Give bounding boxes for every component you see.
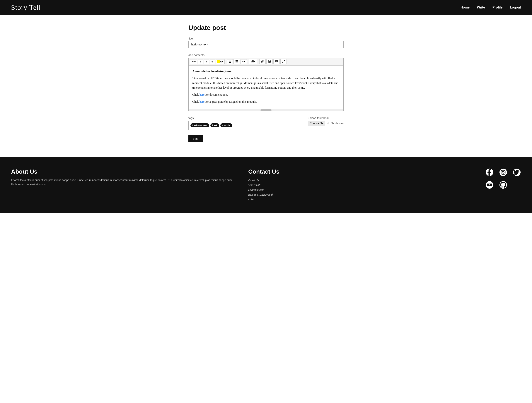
nav-profile[interactable]: Profile xyxy=(493,6,503,9)
editor-paragraph: Time saved in UTC time zone should be co… xyxy=(192,76,340,90)
site-logo: Story Tell xyxy=(11,3,41,12)
footer-contact-info: Email Us Visit us at: Example.com Box 56… xyxy=(248,178,471,202)
bottom-row: tags flask-moment flask module upload th… xyxy=(188,116,344,130)
youtube-icon xyxy=(485,181,494,189)
content-label: add contents xyxy=(188,53,344,57)
svg-line-14 xyxy=(284,60,285,61)
footer-about-text: Et architecto officiis eum et voluptas m… xyxy=(11,178,234,187)
title-input[interactable] xyxy=(188,41,344,48)
ol-icon: 1. 2. 3. xyxy=(235,60,238,63)
svg-rect-2 xyxy=(236,62,238,63)
editor-heading: A module for localizing time xyxy=(192,69,340,74)
nav-write[interactable]: Write xyxy=(477,6,485,9)
link-icon xyxy=(261,60,264,63)
strikethrough-toolbar-btn[interactable]: S xyxy=(210,59,215,64)
nav-logout[interactable]: Logout xyxy=(510,6,521,9)
tag-module[interactable]: module xyxy=(220,123,232,127)
svg-rect-1 xyxy=(236,61,238,62)
editor-scrollbar[interactable] xyxy=(189,109,343,111)
highlight-letter: A xyxy=(220,60,222,63)
editor-link2[interactable]: here xyxy=(200,100,205,103)
twitter-icon xyxy=(513,168,521,176)
svg-rect-0 xyxy=(236,60,238,61)
instagram-link[interactable] xyxy=(499,168,507,177)
link-btn[interactable] xyxy=(259,59,266,64)
upload-section: upload thumbnail Choose file No file cho… xyxy=(308,116,344,126)
highlight-dropdown-arrow: ▾ xyxy=(222,60,223,63)
svg-rect-9 xyxy=(253,61,254,62)
footer: About Us Et architecto officiis eum et v… xyxy=(0,157,532,213)
highlight-toolbar-btn[interactable]: A ▾ xyxy=(216,59,225,64)
choose-file-button[interactable]: Choose file xyxy=(308,121,325,126)
tags-section: tags flask-moment flask module xyxy=(188,116,297,130)
editor-link1-pre: Click xyxy=(192,93,200,96)
post-button[interactable]: post xyxy=(188,135,203,142)
fullscreen-icon xyxy=(282,60,285,63)
svg-rect-6 xyxy=(251,60,252,61)
svg-rect-7 xyxy=(253,60,254,61)
contact-line-5: USA xyxy=(248,197,471,202)
tag-flask-moment[interactable]: flask-moment xyxy=(190,123,209,127)
italic-toolbar-btn[interactable]: I xyxy=(204,59,209,64)
unordered-list-btn[interactable]: ☰ xyxy=(227,59,233,64)
ul-icon: ☰ xyxy=(229,60,231,63)
upload-label: upload thumbnail xyxy=(308,116,344,120)
italic-icon: I xyxy=(206,60,207,63)
editor-content[interactable]: A module for localizing time Time saved … xyxy=(189,66,343,109)
contact-line-2: Visit us at: xyxy=(248,183,471,188)
tags-input-wrapper[interactable]: flask-moment flask module xyxy=(188,121,297,130)
magic-icon: ✦ xyxy=(192,60,194,63)
footer-contact-title: Contact Us xyxy=(248,168,471,175)
svg-point-11 xyxy=(269,61,269,61)
tag-flask[interactable]: flask xyxy=(210,123,219,127)
bold-toolbar-btn[interactable]: B xyxy=(198,59,203,64)
github-link[interactable] xyxy=(499,181,507,190)
social-row-bottom xyxy=(485,181,521,190)
file-input-row: Choose file No file chosen xyxy=(308,121,344,126)
editor-toolbar: ✦ ▾ B I S A ▾ ☰ xyxy=(189,58,343,66)
align-btn[interactable]: ≡ ▾ xyxy=(241,59,247,64)
title-section: title xyxy=(188,37,344,48)
contact-line-1: Email Us xyxy=(248,178,471,183)
bold-icon: B xyxy=(200,60,202,63)
main-nav: Home Write Profile Logout xyxy=(461,6,521,9)
svg-point-17 xyxy=(500,169,507,176)
editor-link2-line: Click here for a great guide by Miguel o… xyxy=(192,99,340,104)
image-btn[interactable] xyxy=(266,59,273,64)
github-icon xyxy=(499,181,507,189)
embed-icon xyxy=(275,60,278,63)
twitter-link[interactable] xyxy=(513,168,521,177)
footer-contact: Contact Us Email Us Visit us at: Example… xyxy=(248,168,471,202)
facebook-icon xyxy=(485,168,494,176)
magic-dropdown-arrow: ▾ xyxy=(194,60,196,63)
toolbar-sep-3 xyxy=(258,60,258,63)
footer-about: About Us Et architecto officiis eum et v… xyxy=(11,168,234,187)
embed-btn[interactable] xyxy=(273,59,280,64)
nav-home[interactable]: Home xyxy=(461,6,469,9)
image-icon xyxy=(268,60,271,63)
svg-text:3.: 3. xyxy=(235,62,236,63)
social-row-top xyxy=(485,168,521,177)
table-btn[interactable]: ▾ xyxy=(249,59,257,64)
align-icon: ≡ xyxy=(242,60,244,63)
contact-line-3: Example.com xyxy=(248,188,471,192)
table-dropdown-arrow: ▾ xyxy=(254,60,255,63)
facebook-link[interactable] xyxy=(485,168,494,177)
highlight-color-swatch xyxy=(217,60,220,63)
svg-line-15 xyxy=(282,62,283,63)
magic-toolbar-btn[interactable]: ✦ ▾ xyxy=(190,59,197,64)
editor-link1-post: for documentation. xyxy=(204,93,228,96)
youtube-link[interactable] xyxy=(485,181,494,190)
main-content: Update post title add contents ✦ ▾ B I xyxy=(183,24,349,142)
editor-link1[interactable]: here xyxy=(200,93,205,96)
footer-social xyxy=(485,168,521,190)
svg-point-20 xyxy=(505,170,505,171)
no-file-text: No file chosen xyxy=(327,122,344,125)
fullscreen-btn[interactable] xyxy=(280,59,287,64)
ordered-list-btn[interactable]: 1. 2. 3. xyxy=(234,59,240,64)
tags-label: tags xyxy=(188,116,297,120)
title-label: title xyxy=(188,37,344,40)
page-title: Update post xyxy=(188,24,344,31)
editor-scrollbar-thumb xyxy=(260,109,272,111)
instagram-icon xyxy=(499,168,507,176)
